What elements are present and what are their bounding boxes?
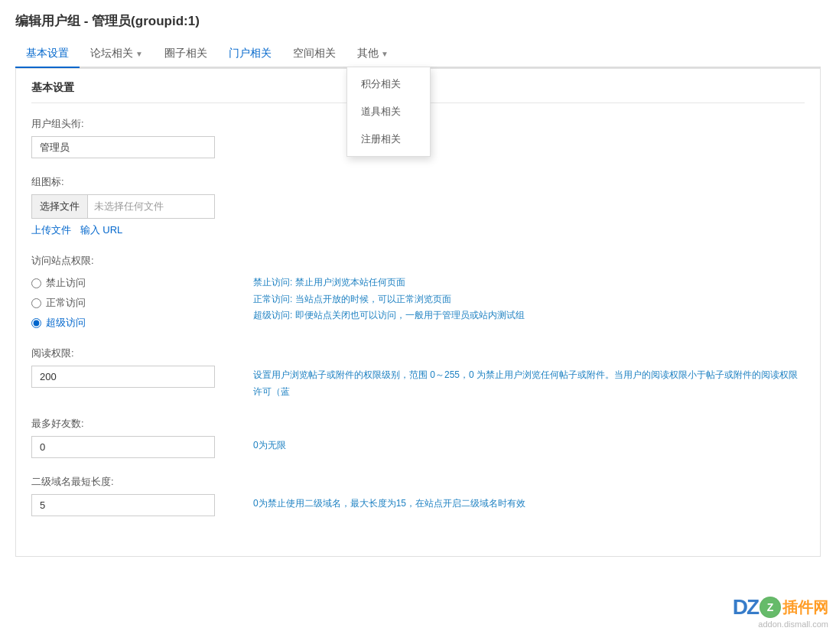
read-permission-help: 设置用户浏览帖子或附件的权限级别，范围 0～255，0 为禁止用户浏览任何帖子或… bbox=[253, 369, 798, 397]
dropdown-item-props[interactable]: 道具相关 bbox=[347, 98, 430, 125]
subdomain-length-help: 0为禁止使用二级域名，最大长度为15，在站点开启二级域名时有效 bbox=[253, 498, 525, 509]
read-permission-input[interactable] bbox=[31, 366, 215, 388]
group-name-input[interactable] bbox=[31, 136, 215, 158]
subdomain-length-label: 二级域名最短长度: bbox=[31, 475, 805, 489]
page-title: 编辑用户组 - 管理员(groupid:1) bbox=[15, 12, 821, 30]
group-icon-field: 组图标: 选择文件 未选择任何文件 上传文件 输入 URL bbox=[31, 175, 805, 237]
max-friends-input[interactable] bbox=[31, 436, 215, 458]
file-input-row: 选择文件 未选择任何文件 bbox=[31, 194, 215, 219]
max-friends-label: 最多好友数: bbox=[31, 417, 805, 431]
max-friends-field: 最多好友数: 0为无限 bbox=[31, 417, 805, 458]
max-friends-help: 0为无限 bbox=[253, 440, 286, 450]
tab-portal[interactable]: 门户相关 bbox=[218, 41, 282, 67]
radio-row-deny: 禁止访问 bbox=[31, 276, 230, 290]
tab-navigation: 基本设置 论坛相关 ▼ 圈子相关 门户相关 空间相关 其他 ▼ 积分相关 bbox=[15, 41, 821, 68]
tab-other[interactable]: 其他 ▼ bbox=[346, 41, 399, 67]
watermark-sub: addon.dismall.com bbox=[758, 620, 828, 629]
watermark-circle: Z bbox=[760, 597, 781, 618]
site-access-help-text: 禁止访问: 禁止用户浏览本站任何页面 正常访问: 当站点开放的时候，可以正常浏览… bbox=[253, 275, 805, 324]
subdomain-length-input[interactable] bbox=[31, 494, 215, 516]
tab-space[interactable]: 空间相关 bbox=[282, 41, 346, 67]
radio-normal-label: 正常访问 bbox=[46, 296, 86, 310]
read-permission-field: 阅读权限: 设置用户浏览帖子或附件的权限级别，范围 0～255，0 为禁止用户浏… bbox=[31, 346, 805, 400]
choose-file-button[interactable]: 选择文件 bbox=[32, 195, 88, 218]
file-placeholder-text: 未选择任何文件 bbox=[88, 195, 214, 218]
radio-deny[interactable] bbox=[31, 278, 41, 288]
chevron-down-icon-other: ▼ bbox=[381, 50, 389, 58]
tab-other-wrapper: 其他 ▼ 积分相关 道具相关 注册相关 bbox=[346, 41, 399, 67]
input-url-link[interactable]: 输入 URL bbox=[80, 224, 123, 236]
watermark-dz: DZ bbox=[733, 595, 758, 620]
chevron-down-icon: ▼ bbox=[135, 50, 143, 58]
radio-deny-label: 禁止访问 bbox=[46, 276, 86, 290]
file-links: 上传文件 输入 URL bbox=[31, 223, 805, 237]
site-access-layout: 禁止访问 正常访问 超级访问 禁止访问: 禁止用户 bbox=[31, 273, 805, 330]
other-dropdown-menu: 积分相关 道具相关 注册相关 bbox=[346, 67, 431, 157]
tab-forum[interactable]: 论坛相关 ▼ bbox=[80, 41, 154, 67]
watermark: DZ Z 插件网 addon.dismall.com bbox=[733, 595, 828, 629]
watermark-plugin: 插件网 bbox=[782, 597, 828, 618]
site-access-label: 访问站点权限: bbox=[31, 254, 805, 268]
read-permission-label: 阅读权限: bbox=[31, 346, 805, 360]
radio-row-normal: 正常访问 bbox=[31, 296, 230, 310]
site-access-field: 访问站点权限: 禁止访问 正常访问 超级访 bbox=[31, 254, 805, 330]
site-access-help: 禁止访问: 禁止用户浏览本站任何页面 正常访问: 当站点开放的时候，可以正常浏览… bbox=[253, 273, 805, 324]
subdomain-length-field: 二级域名最短长度: 0为禁止使用二级域名，最大长度为15，在站点开启二级域名时有… bbox=[31, 475, 805, 516]
radio-normal[interactable] bbox=[31, 298, 41, 308]
dropdown-item-register[interactable]: 注册相关 bbox=[347, 125, 430, 153]
site-access-radios: 禁止访问 正常访问 超级访问 bbox=[31, 273, 230, 330]
radio-super[interactable] bbox=[31, 318, 41, 328]
radio-row-super: 超级访问 bbox=[31, 316, 230, 330]
tab-forum-wrapper: 论坛相关 ▼ bbox=[80, 41, 154, 67]
tab-circle[interactable]: 圈子相关 bbox=[154, 41, 218, 67]
group-icon-label: 组图标: bbox=[31, 175, 805, 189]
tab-basic[interactable]: 基本设置 bbox=[15, 41, 80, 68]
radio-super-label: 超级访问 bbox=[46, 316, 86, 330]
upload-file-link[interactable]: 上传文件 bbox=[31, 224, 71, 236]
dropdown-item-points[interactable]: 积分相关 bbox=[347, 70, 430, 98]
